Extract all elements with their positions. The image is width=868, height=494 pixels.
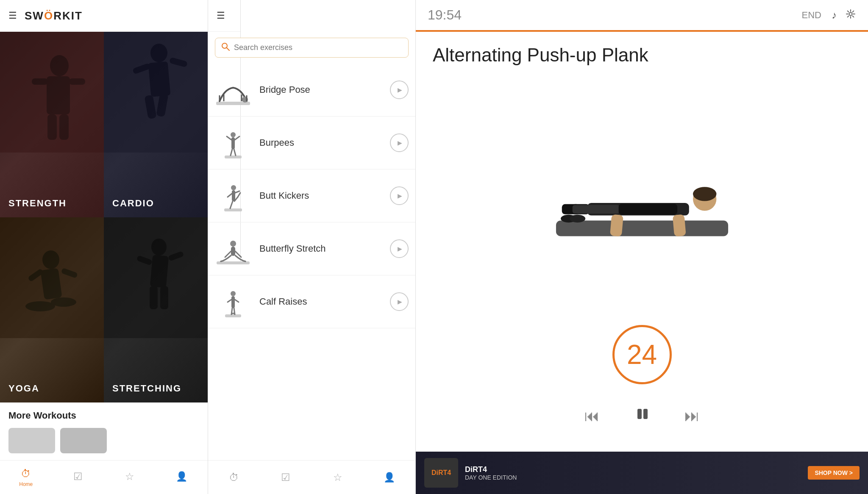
home-bottom-nav: ⏱ Home ☑ ☆ 👤 [0,460,208,494]
bridge-pose-name: Bridge Pose [259,84,390,95]
list-nav-favorites[interactable]: ☆ [312,472,364,483]
player-controls: ⏮ ⏭ [433,397,851,439]
workout-grid: STRENGTH CARDIO [0,32,208,402]
player-settings-icon[interactable] [845,8,856,22]
more-tile-2[interactable] [60,428,107,453]
exercise-item-burpees[interactable]: Burpees [208,117,415,169]
burpees-name: Burpees [259,137,390,148]
list-bottom-nav: ⏱ ☑ ☆ 👤 [208,460,415,494]
svg-point-19 [25,301,55,311]
butt-kickers-name: Butt Kickers [259,190,390,201]
cardio-tile[interactable]: CARDIO [104,32,208,217]
svg-point-65 [849,12,852,15]
app-logo: SWÖRKIT [25,9,83,22]
strength-tile[interactable]: STRENGTH [0,32,104,217]
svg-rect-23 [150,255,169,288]
list-nav-profile[interactable]: 👤 [364,472,415,483]
svg-rect-9 [148,61,171,97]
exercise-list: Bridge Pose Burpees [208,64,415,460]
svg-point-75 [570,215,585,222]
svg-point-28 [222,43,227,48]
svg-rect-56 [225,314,241,317]
exercise-item-butterfly-stretch[interactable]: Butterfly Stretch [208,222,415,275]
svg-line-40 [235,136,239,140]
svg-line-48 [230,201,233,208]
list-menu-icon[interactable]: ☰ [217,10,225,21]
svg-line-39 [227,136,231,140]
svg-rect-58 [231,296,235,308]
list-favorites-icon: ☆ [333,472,342,483]
exercise-item-calf-raises[interactable]: Calf Raises [208,275,415,328]
svg-line-29 [227,48,229,50]
svg-rect-5 [47,114,57,140]
ad-image: DiRT4 [424,458,458,488]
svg-rect-38 [231,137,235,149]
stretching-tile[interactable]: STRETCHING [104,217,208,403]
nav-workouts[interactable]: ☑ [52,471,104,484]
profile-nav-icon: 👤 [176,471,187,482]
butt-kickers-thumb [215,180,251,212]
nav-home[interactable]: ⏱ Home [0,468,52,487]
search-icon [221,42,230,53]
svg-point-1 [50,55,69,76]
svg-rect-6 [59,114,69,140]
current-exercise-title: Alternating Push-up Plank [433,44,648,66]
exercise-item-butt-kickers[interactable]: Butt Kickers [208,169,415,222]
player-content: Alternating Push-up Plank [416,32,868,452]
exercise-item-bridge-pose[interactable]: Bridge Pose [208,64,415,117]
svg-rect-78 [637,409,642,419]
nav-favorites[interactable]: ☆ [104,471,156,484]
burpees-play[interactable] [390,133,409,152]
timer-circle: 24 [612,325,672,384]
svg-rect-2 [47,76,70,114]
search-bar[interactable] [215,38,409,58]
pause-button[interactable] [634,405,651,426]
search-input[interactable] [234,43,402,52]
butt-kickers-play[interactable] [390,186,409,205]
bridge-pose-play[interactable] [390,80,409,99]
fast-forward-button[interactable]: ⏭ [684,407,700,425]
list-header: ☰ Exercise List [208,0,415,32]
list-nav-home[interactable]: ⏱ [208,472,260,483]
ad-cta-button[interactable]: SHOP NOW > [808,466,860,480]
svg-rect-70 [672,214,686,237]
svg-line-59 [228,300,231,302]
nav-profile[interactable]: 👤 [156,471,208,484]
stretching-label: STRETCHING [112,383,181,394]
list-nav-workouts[interactable]: ☑ [260,472,312,483]
exercise-image-container [433,78,851,308]
more-workouts-label: More Workouts [0,402,208,425]
svg-rect-3 [32,78,48,85]
svg-point-8 [150,44,167,62]
svg-rect-27 [160,286,168,309]
svg-rect-45 [232,190,235,201]
svg-point-20 [51,297,76,307]
svg-point-22 [151,239,167,255]
svg-rect-26 [150,286,158,309]
player-end-button[interactable]: END [802,10,821,21]
svg-line-50 [238,193,240,197]
home-header: ☰ SWÖRKIT [0,0,208,32]
svg-line-41 [231,149,232,155]
rewind-button[interactable]: ⏮ [584,407,600,425]
svg-line-47 [235,191,239,193]
home-menu-icon[interactable]: ☰ [8,10,17,21]
svg-point-57 [231,291,236,296]
svg-line-46 [228,194,232,197]
timer-value: 24 [627,339,657,370]
yoga-label: YOGA [8,383,39,394]
ad-text-container: DiRT4 DAY ONE EDITION [465,465,517,481]
panel-home: ☰ SWÖRKIT STRENGTH [0,0,208,494]
player-music-icon[interactable]: ♪ [832,9,837,21]
butterfly-stretch-play[interactable] [390,239,409,258]
butterfly-stretch-thumb [215,233,251,265]
svg-point-15 [42,250,59,269]
more-tile-1[interactable] [8,428,55,453]
svg-point-44 [231,185,236,190]
svg-point-37 [231,132,236,137]
panel-player: 19:54 END ♪ Alternating Push-up Plank [415,0,868,494]
svg-rect-79 [643,409,648,419]
yoga-tile[interactable]: YOGA [0,217,104,403]
calf-raises-play[interactable] [390,292,409,311]
cardio-label: CARDIO [112,198,154,209]
